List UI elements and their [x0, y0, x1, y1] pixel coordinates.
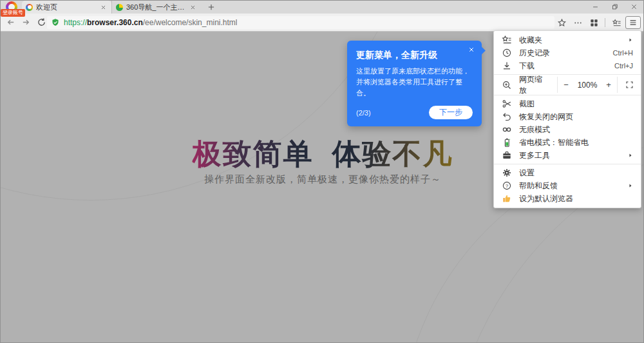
toolbar: https://browser.360.cn/ee/welcome/skin_m… — [1, 14, 643, 32]
more-tools-icon — [502, 150, 512, 161]
zoom-level: 100% — [574, 81, 600, 90]
menu-item-restore-closed[interactable]: 恢复关闭的网页 — [494, 110, 641, 123]
menu-item-label: 省电模式：智能省电 — [519, 137, 589, 148]
menu-item-label: 帮助和反馈 — [519, 181, 558, 191]
minimize-button[interactable] — [585, 1, 605, 13]
favorites-bar-icon[interactable] — [609, 15, 623, 30]
menu-item-label: 网页缩放 — [519, 74, 549, 96]
menu-item-downloads[interactable]: 下载 Ctrl+J — [494, 59, 641, 72]
refresh-icon[interactable] — [35, 15, 48, 29]
chevron-right-icon — [628, 37, 633, 43]
nav-buttons — [4, 15, 48, 29]
menu-item-page-zoom: 网页缩放 − 100% + — [494, 77, 641, 93]
menu-shortcut: Ctrl+H — [613, 49, 633, 57]
menu-item-label: 历史记录 — [519, 48, 550, 59]
close-button[interactable] — [624, 1, 643, 13]
browser-window: 登录账号 欢迎页 360导航_一个主页，整个世界 — [0, 0, 644, 343]
login-badge[interactable]: 登录账号 — [1, 9, 25, 17]
tab-close-icon[interactable] — [188, 3, 197, 12]
page-title: 极致简单 体验不凡 — [192, 135, 453, 173]
history-icon — [502, 48, 512, 58]
next-step-button[interactable]: 下一步 — [429, 106, 473, 119]
menu-item-screenshot[interactable]: 截图 — [494, 97, 641, 110]
chevron-right-icon — [628, 153, 633, 158]
screenshot-icon — [502, 99, 512, 109]
menu-item-settings[interactable]: 设置 — [494, 166, 641, 179]
menu-item-label: 收藏夹 — [519, 35, 542, 46]
chevron-right-icon — [628, 183, 633, 188]
tab-welcome[interactable]: 欢迎页 — [22, 1, 111, 14]
menu-item-label: 无痕模式 — [519, 124, 550, 135]
menu-item-label: 截图 — [519, 99, 535, 110]
tooltip-step: (2/3) — [356, 109, 371, 117]
menu-item-label: 恢复关闭的网页 — [519, 112, 573, 122]
toolbar-separator — [605, 18, 605, 27]
update-guide-tooltip: 更新菜单，全新升级 这里放置了原来底部状态栏的功能，并将浏览器各类常用工具进行了… — [347, 41, 482, 126]
favorites-icon — [502, 35, 512, 45]
tooltip-close-icon[interactable] — [467, 45, 476, 54]
zoom-out-button[interactable]: − — [558, 80, 574, 90]
toolbar-right — [554, 15, 641, 30]
url-text: https://browser.360.cn/ee/welcome/skin_m… — [64, 18, 237, 27]
menu-item-more-tools[interactable]: 更多工具 — [494, 149, 641, 162]
menu-item-label: 设为默认浏览器 — [519, 193, 573, 204]
hamburger-menu-icon[interactable] — [625, 16, 641, 29]
default-browser-icon — [502, 193, 512, 204]
more-dots-icon[interactable] — [571, 15, 585, 30]
apps-grid-icon[interactable] — [587, 15, 601, 30]
url-scheme: https:// — [64, 18, 87, 27]
tab-strip: 欢迎页 360导航_一个主页，整个世界 — [22, 1, 201, 14]
menu-item-history[interactable]: 历史记录 Ctrl+H — [494, 46, 641, 59]
url-path: /ee/welcome/skin_mini.html — [143, 18, 238, 27]
tooltip-title: 更新菜单，全新升级 — [356, 50, 473, 61]
forward-icon[interactable] — [19, 15, 33, 29]
menu-separator — [494, 164, 641, 164]
tab-title: 360导航_一个主页，整个世界 — [126, 3, 185, 12]
zoom-icon — [502, 80, 512, 90]
tab-title: 欢迎页 — [36, 3, 95, 12]
tab-close-icon[interactable] — [99, 3, 108, 12]
browser-main-menu: 收藏夹 历史记录 Ctrl+H 下载 Ctrl+J — [493, 30, 641, 208]
tooltip-footer: (2/3) 下一步 — [356, 106, 473, 119]
menu-item-label: 设置 — [519, 168, 535, 179]
restore-closed-icon — [502, 112, 512, 122]
new-tab-button[interactable] — [205, 2, 217, 12]
tab-favicon-360nav-icon — [116, 4, 123, 11]
tooltip-body: 这里放置了原来底部状态栏的功能，并将浏览器各类常用工具进行了整合。 — [356, 66, 473, 99]
zoom-in-button[interactable]: + — [600, 80, 617, 90]
star-icon[interactable] — [554, 15, 569, 30]
menu-item-incognito[interactable]: 无痕模式 — [494, 123, 641, 136]
tab-360nav[interactable]: 360导航_一个主页，整个世界 — [111, 1, 201, 14]
fullscreen-icon[interactable] — [618, 81, 641, 89]
back-icon[interactable] — [4, 15, 17, 29]
menu-item-label: 更多工具 — [519, 150, 550, 161]
url-host: browser.360.cn — [87, 18, 143, 27]
address-bar[interactable]: https://browser.360.cn/ee/welcome/skin_m… — [47, 16, 554, 29]
help-icon: ? — [502, 181, 512, 191]
download-icon — [502, 61, 512, 71]
menu-item-help[interactable]: ? 帮助和反馈 — [494, 179, 641, 192]
incognito-icon — [502, 124, 512, 135]
menu-item-power-save[interactable]: 省电模式：智能省电 — [494, 136, 641, 149]
power-save-icon — [502, 137, 512, 148]
tab-favicon-360-logo-icon — [26, 4, 33, 11]
settings-icon — [502, 168, 512, 178]
menu-item-favorites[interactable]: 收藏夹 — [494, 34, 641, 46]
restore-button[interactable] — [605, 1, 624, 13]
menu-shortcut: Ctrl+J — [614, 62, 633, 70]
titlebar: 登录账号 欢迎页 360导航_一个主页，整个世界 — [1, 1, 643, 14]
window-controls — [585, 1, 643, 13]
shield-check-icon — [51, 18, 60, 27]
menu-item-label: 下载 — [519, 61, 535, 72]
svg-text:?: ? — [506, 183, 509, 189]
menu-item-default-browser[interactable]: 设为默认浏览器 — [494, 192, 641, 205]
